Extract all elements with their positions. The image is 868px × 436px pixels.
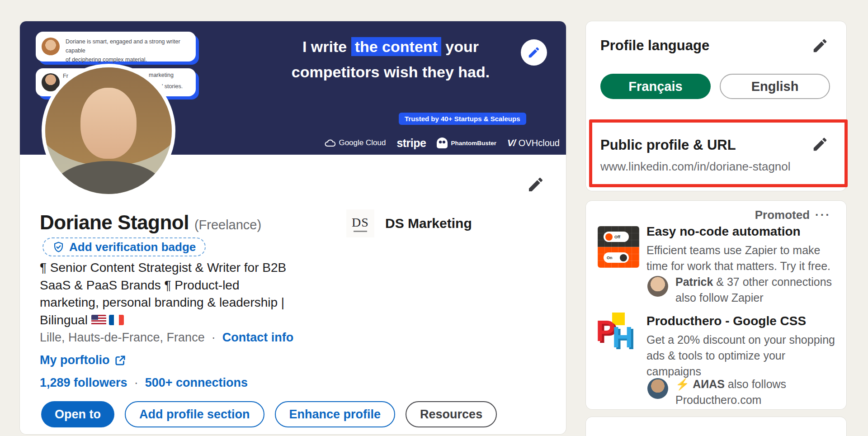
- contact-info-link[interactable]: Contact info: [222, 331, 293, 344]
- trusted-badge: Trusted by 40+ Startups & Scaleups: [399, 113, 526, 125]
- current-company-link[interactable]: DS DS Marketing: [346, 209, 472, 237]
- lightning-icon: ⚡: [675, 378, 689, 390]
- ovh-mark-icon: V/: [507, 137, 515, 148]
- profile-name: Doriane Stagnol: [40, 211, 189, 234]
- ghost-icon: [437, 137, 448, 148]
- ad-description-zapier: Efficient teams use Zapier to make time …: [646, 242, 830, 274]
- company-name: DS Marketing: [385, 216, 472, 231]
- ellipsis-menu-icon[interactable]: ···: [815, 208, 831, 222]
- add-profile-section-button[interactable]: Add profile section: [125, 401, 264, 427]
- testimonial-avatar: [42, 38, 60, 56]
- zapier-toggle-off-area: Off: [598, 226, 639, 247]
- linkedin-profile-page: Doriane is smart, engaged and a strong w…: [0, 0, 868, 436]
- ad-description-producthero: Get a 20% discount on your shopping ads …: [646, 332, 835, 379]
- france-flag-icon: [109, 315, 124, 325]
- profile-photo[interactable]: [42, 64, 175, 198]
- testimonial-text: Doriane is smart, engaged and a strong w…: [66, 37, 196, 55]
- promoted-label: Promoted: [755, 208, 810, 222]
- language-option-english[interactable]: English: [720, 74, 830, 99]
- google-cloud-logo: Google Cloud: [325, 138, 386, 147]
- open-to-button[interactable]: Open to: [41, 401, 114, 427]
- logo-letter-h: H: [612, 321, 633, 354]
- add-verification-badge-button[interactable]: Add verification badge: [42, 237, 206, 256]
- profile-name-suffix: (Freelance): [194, 218, 261, 232]
- pencil-icon: [527, 175, 545, 194]
- edit-public-profile-button[interactable]: [810, 134, 830, 154]
- ad-title-producthero[interactable]: Producthero - Google CSS: [646, 314, 806, 328]
- stripe-logo: stripe: [396, 137, 426, 150]
- promoted-ads-card: Promoted ··· Off On Easy no-code automat…: [586, 201, 846, 409]
- banner-testimonial-1: Doriane is smart, engaged and a strong w…: [36, 32, 196, 62]
- zapier-ad-image[interactable]: Off On: [598, 226, 639, 268]
- producthero-ad-logo[interactable]: P H: [596, 313, 639, 356]
- us-flag-icon: [91, 315, 106, 325]
- portfolio-link[interactable]: My porftolio: [40, 353, 126, 367]
- language-option-francais[interactable]: Français: [600, 74, 711, 99]
- profile-location: Lille, Hauts-de-France, France: [40, 331, 205, 344]
- enhance-profile-button[interactable]: Enhance profile: [275, 401, 396, 427]
- edit-profile-language-button[interactable]: [810, 36, 830, 56]
- profile-headline: ¶ Senior Content Strategist & Writer for…: [40, 259, 286, 329]
- phantombuster-logo: PhantomBuster: [437, 137, 496, 148]
- external-link-icon: [114, 355, 126, 366]
- ad-social-proof-producthero: ⚡ AИAS also follows Producthero.com: [675, 376, 786, 408]
- edit-intro-button[interactable]: [525, 174, 546, 195]
- pencil-icon: [527, 46, 541, 59]
- ovhcloud-logo: V/ OVHcloud: [507, 137, 560, 148]
- profile-actions: Open to Add profile section Enhance prof…: [41, 401, 497, 427]
- public-profile-title: Public profile & URL: [600, 137, 736, 153]
- photo-face: [80, 88, 136, 159]
- testimonial-text-fragment: ' stories.: [162, 83, 183, 90]
- pencil-icon: [811, 136, 829, 153]
- company-logo: DS: [346, 209, 374, 237]
- connections-count-link[interactable]: 500+ connections: [145, 376, 248, 389]
- connection-avatar: [647, 378, 668, 399]
- connection-avatar: [647, 276, 668, 297]
- banner-client-logos: Google Cloud stripe PhantomBuster V/ OVH…: [325, 135, 560, 151]
- toggle-knob: [620, 254, 627, 261]
- cloud-icon: [325, 139, 335, 147]
- toggle-knob: [605, 233, 613, 241]
- add-verification-badge-label: Add verification badge: [69, 240, 196, 254]
- testimonial-text: of deciphering complex material.: [66, 55, 196, 64]
- pencil-icon: [811, 37, 829, 54]
- banner-headline-highlight: the content: [351, 37, 441, 56]
- profile-language-title: Profile language: [600, 38, 709, 54]
- zapier-toggle-on-area: On: [598, 247, 639, 268]
- profile-card: Doriane is smart, engaged and a strong w…: [20, 21, 566, 434]
- testimonial-text-fragment: marketing: [149, 72, 174, 78]
- banner-headline: I write the content your competitors wis…: [255, 34, 526, 85]
- edit-banner-button[interactable]: [521, 39, 547, 66]
- ad-social-proof-zapier: Patrick & 37 other connections also foll…: [675, 274, 832, 306]
- photo-shoulders: [53, 161, 164, 198]
- shield-check-icon: [52, 241, 65, 253]
- resources-button[interactable]: Resources: [406, 401, 497, 427]
- sidebar-next-card: [586, 417, 846, 436]
- ad-title-zapier[interactable]: Easy no-code automation: [646, 224, 801, 239]
- public-profile-url: www.linkedin.com/in/doriane-stagnol: [600, 160, 791, 174]
- profile-settings-card: Profile language Français English Public…: [586, 21, 846, 191]
- followers-count-link[interactable]: 1,289 followers: [40, 376, 127, 389]
